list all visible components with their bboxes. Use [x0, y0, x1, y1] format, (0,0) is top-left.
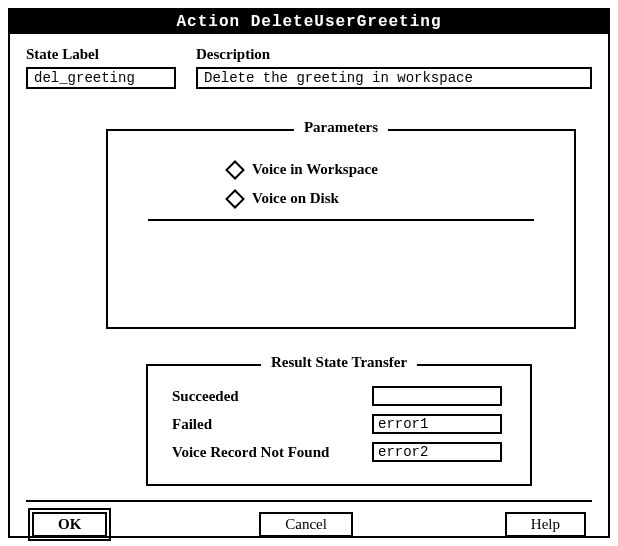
result-label: Voice Record Not Found: [172, 444, 372, 461]
result-row-notfound: Voice Record Not Found: [172, 442, 506, 462]
state-label-input[interactable]: [26, 67, 176, 89]
failed-input[interactable]: [372, 414, 502, 434]
button-row: OK Cancel Help: [26, 512, 592, 537]
diamond-radio-icon: [225, 160, 245, 180]
result-row-succeeded: Succeeded: [172, 386, 506, 406]
title-bar: Action DeleteUserGreeting: [10, 10, 608, 34]
result-state-fieldset: Result State Transfer Succeeded Failed V…: [146, 364, 532, 486]
radio-label: Voice on Disk: [252, 190, 339, 207]
cancel-button[interactable]: Cancel: [259, 512, 353, 537]
parameters-fieldset: Parameters Voice in Workspace Voice on D…: [106, 129, 576, 329]
radio-voice-disk[interactable]: Voice on Disk: [228, 190, 554, 207]
succeeded-input[interactable]: [372, 386, 502, 406]
window-title: Action DeleteUserGreeting: [176, 13, 441, 31]
parameters-divider: [148, 219, 534, 221]
ok-button[interactable]: OK: [32, 512, 107, 537]
parameters-legend: Parameters: [294, 119, 388, 136]
radio-label: Voice in Workspace: [252, 161, 378, 178]
button-divider: [26, 500, 592, 502]
result-label: Succeeded: [172, 388, 372, 405]
result-row-failed: Failed: [172, 414, 506, 434]
description-input[interactable]: [196, 67, 592, 89]
dialog-window: Action DeleteUserGreeting State Label De…: [8, 8, 610, 538]
dialog-content: State Label Description Parameters Voice…: [10, 34, 608, 546]
help-button[interactable]: Help: [505, 512, 586, 537]
voice-not-found-input[interactable]: [372, 442, 502, 462]
result-label: Failed: [172, 416, 372, 433]
radio-voice-workspace[interactable]: Voice in Workspace: [228, 161, 554, 178]
state-label-group: State Label: [26, 46, 176, 89]
description-caption: Description: [196, 46, 592, 63]
diamond-radio-icon: [225, 189, 245, 209]
top-fields-row: State Label Description: [26, 46, 592, 89]
result-state-legend: Result State Transfer: [261, 354, 417, 371]
description-group: Description: [196, 46, 592, 89]
state-label-caption: State Label: [26, 46, 176, 63]
